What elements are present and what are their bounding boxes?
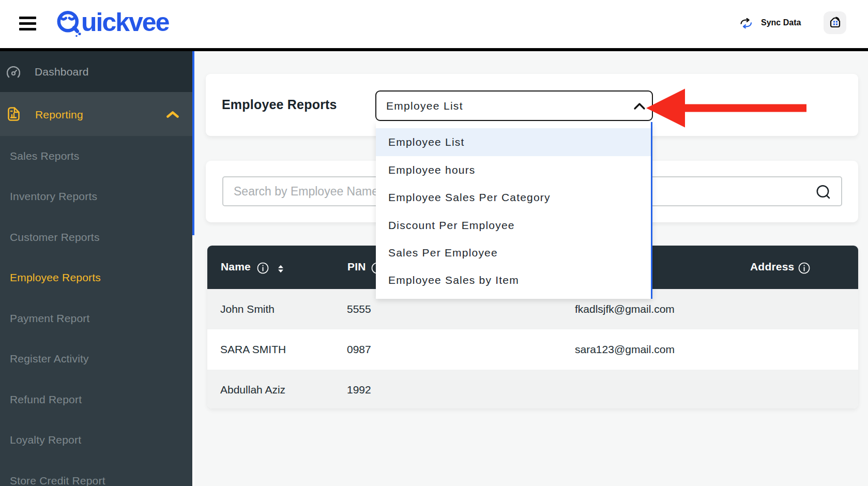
svg-text:uickvee: uickvee [81,8,170,37]
